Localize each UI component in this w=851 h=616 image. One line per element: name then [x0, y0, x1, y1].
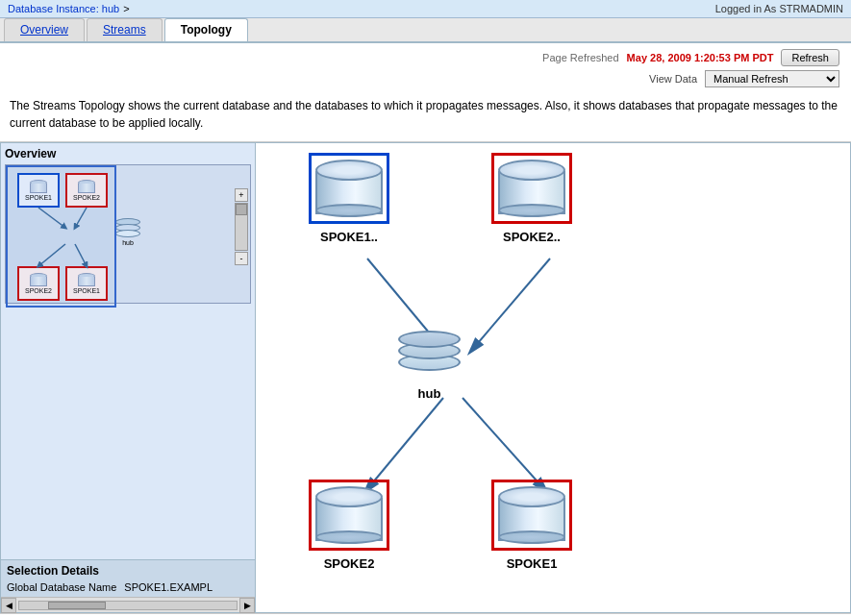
- selection-value: SPOKE1.EXAMPL: [124, 581, 213, 593]
- overview-map: SPOKE1 SPOKE2 hub: [5, 164, 251, 304]
- refresh-button[interactable]: Refresh: [781, 49, 839, 66]
- topo-node-spoke2-top[interactable]: SPOKE2..: [491, 153, 572, 244]
- mini-node-hub[interactable]: hub: [115, 218, 140, 246]
- selection-row: Global Database Name SPOKE1.EXAMPL: [7, 581, 249, 593]
- selection-panel: Selection Details Global Database Name S…: [1, 560, 255, 597]
- h-scrollbar: ◀ ▶: [1, 597, 255, 612]
- mini-node-spoke1-bot[interactable]: SPOKE1: [65, 266, 108, 301]
- scroll-thumb-h[interactable]: [48, 602, 106, 609]
- scroll-track-h[interactable]: [18, 601, 238, 610]
- spoke1-top-label: SPOKE1..: [320, 230, 378, 244]
- top-controls: Page Refreshed May 28, 2009 1:20:53 PM P…: [0, 43, 851, 91]
- topo-node-hub[interactable]: hub: [398, 331, 461, 401]
- mini-node-spoke2-top[interactable]: SPOKE2: [65, 173, 108, 208]
- svg-line-3: [38, 244, 65, 266]
- scroll-track: [235, 203, 248, 251]
- topo-node-spoke1-top[interactable]: SPOKE1..: [309, 153, 389, 244]
- description-text: The Streams Topology shows the current d…: [0, 91, 851, 142]
- breadcrumb: Database Instance: hub >: [8, 3, 130, 14]
- mini-node-spoke2-bot[interactable]: SPOKE2: [17, 266, 60, 301]
- breadcrumb-link[interactable]: Database Instance: hub: [8, 3, 119, 14]
- tab-overview[interactable]: Overview: [4, 18, 85, 41]
- page-refreshed-label: Page Refreshed: [542, 52, 619, 63]
- overview-title: Overview: [5, 147, 251, 160]
- spoke2-bot-label: SPOKE2: [324, 556, 375, 571]
- svg-line-8: [367, 398, 443, 489]
- topology-view: SPOKE1.. SPOKE2.. hub: [256, 143, 850, 612]
- hub-label: hub: [418, 386, 441, 401]
- view-data-label: View Data: [649, 73, 697, 85]
- left-panel: Overview SPOKE1 SPOKE2: [1, 143, 256, 612]
- view-data-select[interactable]: Manual Refresh Auto Refresh (30 sec) Aut…: [705, 70, 839, 87]
- page-refreshed-value: May 28, 2009 1:20:53 PM PDT: [627, 52, 774, 63]
- scroll-plus[interactable]: +: [235, 188, 248, 202]
- mini-node-spoke1-top[interactable]: SPOKE1: [17, 173, 60, 208]
- tab-topology[interactable]: Topology: [164, 18, 248, 41]
- logged-in-text: Logged in As STRMADMIN: [715, 3, 843, 14]
- spoke1-bot-label: SPOKE1: [507, 556, 558, 571]
- topo-node-spoke1-bot[interactable]: SPOKE1: [491, 480, 572, 571]
- scroll-thumb[interactable]: [236, 204, 247, 215]
- overview-panel: Overview SPOKE1 SPOKE2: [1, 143, 255, 560]
- scroll-left-arrow[interactable]: ◀: [1, 598, 16, 613]
- scroll-controls: + -: [235, 188, 248, 265]
- breadcrumb-sep: >: [123, 3, 129, 14]
- selection-key: Global Database Name: [7, 581, 116, 593]
- svg-line-4: [75, 244, 87, 266]
- svg-line-2: [75, 208, 87, 228]
- topo-node-spoke2-bot[interactable]: SPOKE2: [309, 480, 389, 571]
- tab-bar: Overview Streams Topology: [0, 18, 851, 43]
- svg-line-9: [463, 398, 544, 489]
- spoke2-top-label: SPOKE2..: [503, 230, 561, 244]
- tab-streams[interactable]: Streams: [87, 18, 163, 41]
- main-layout: Overview SPOKE1 SPOKE2: [0, 142, 851, 613]
- scroll-minus[interactable]: -: [235, 252, 248, 265]
- title-bar: Database Instance: hub > Logged in As ST…: [0, 0, 851, 18]
- scroll-right-arrow[interactable]: ▶: [239, 598, 255, 613]
- selection-title: Selection Details: [7, 564, 249, 578]
- svg-line-1: [38, 208, 65, 228]
- svg-line-7: [472, 259, 550, 350]
